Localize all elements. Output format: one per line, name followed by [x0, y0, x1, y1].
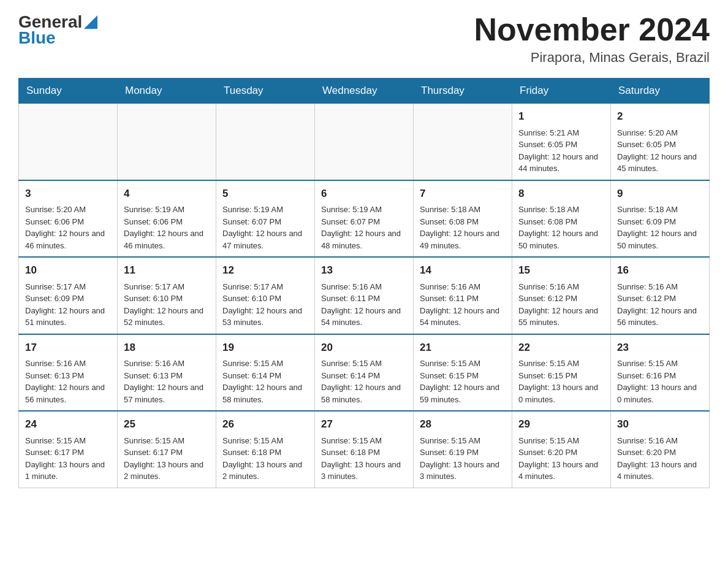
day-info: Sunset: 6:18 PM	[321, 446, 407, 459]
day-info: Sunset: 6:06 PM	[124, 216, 210, 228]
calendar-cell: 26Sunrise: 5:15 AMSunset: 6:18 PMDayligh…	[216, 411, 315, 488]
day-info: Daylight: 12 hours and 53 minutes.	[222, 305, 308, 329]
calendar-cell: 19Sunrise: 5:15 AMSunset: 6:14 PMDayligh…	[216, 334, 315, 412]
calendar-cell: 13Sunrise: 5:16 AMSunset: 6:11 PMDayligh…	[315, 257, 414, 334]
day-info: Sunset: 6:05 PM	[617, 139, 703, 151]
day-info: Daylight: 12 hours and 44 minutes.	[518, 151, 604, 175]
day-info: Sunset: 6:10 PM	[222, 293, 308, 305]
day-info: Sunrise: 5:18 AM	[518, 204, 604, 216]
header-wednesday: Wednesday	[315, 79, 414, 104]
week-row-4: 24Sunrise: 5:15 AMSunset: 6:17 PMDayligh…	[19, 411, 710, 488]
day-number: 8	[518, 186, 604, 202]
day-info: Sunset: 6:09 PM	[617, 216, 703, 228]
day-number: 27	[321, 416, 407, 432]
day-info: Sunset: 6:11 PM	[420, 293, 506, 305]
day-info: Sunrise: 5:16 AM	[617, 435, 703, 447]
header-saturday: Saturday	[611, 79, 710, 104]
week-row-0: 1Sunrise: 5:21 AMSunset: 6:05 PMDaylight…	[19, 104, 710, 180]
day-number: 2	[617, 109, 703, 124]
day-info: Sunrise: 5:15 AM	[25, 435, 111, 447]
day-number: 17	[25, 340, 111, 356]
day-info: Sunset: 6:14 PM	[222, 370, 308, 382]
week-row-1: 3Sunrise: 5:20 AMSunset: 6:06 PMDaylight…	[19, 180, 710, 258]
day-number: 10	[25, 262, 111, 278]
day-number: 11	[124, 262, 210, 278]
day-info: Daylight: 12 hours and 47 minutes.	[222, 228, 308, 251]
day-info: Daylight: 13 hours and 3 minutes.	[420, 459, 506, 483]
day-info: Daylight: 13 hours and 2 minutes.	[222, 459, 308, 483]
day-info: Sunrise: 5:15 AM	[124, 435, 210, 447]
day-info: Daylight: 12 hours and 51 minutes.	[25, 305, 111, 329]
calendar-cell: 2Sunrise: 5:20 AMSunset: 6:05 PMDaylight…	[611, 104, 710, 180]
day-info: Sunset: 6:09 PM	[25, 293, 111, 305]
calendar-cell: 25Sunrise: 5:15 AMSunset: 6:17 PMDayligh…	[118, 411, 216, 488]
day-number: 20	[321, 340, 407, 356]
day-info: Sunset: 6:15 PM	[420, 370, 506, 382]
calendar-cell: 24Sunrise: 5:15 AMSunset: 6:17 PMDayligh…	[19, 411, 118, 488]
day-info: Sunset: 6:18 PM	[222, 446, 308, 459]
day-info: Daylight: 12 hours and 45 minutes.	[617, 151, 703, 175]
calendar-cell: 15Sunrise: 5:16 AMSunset: 6:12 PMDayligh…	[512, 257, 611, 334]
header-thursday: Thursday	[414, 79, 512, 104]
day-info: Sunrise: 5:15 AM	[518, 358, 604, 370]
day-info: Daylight: 12 hours and 58 minutes.	[222, 381, 308, 405]
day-info: Sunset: 6:14 PM	[321, 370, 407, 382]
day-number: 22	[518, 340, 604, 356]
day-number: 9	[617, 186, 703, 202]
day-info: Sunset: 6:13 PM	[124, 370, 210, 382]
logo-blue-text: Blue	[18, 28, 56, 48]
day-number: 13	[321, 262, 407, 278]
day-info: Daylight: 13 hours and 0 minutes.	[518, 381, 604, 405]
calendar-cell: 28Sunrise: 5:15 AMSunset: 6:19 PMDayligh…	[414, 411, 512, 488]
day-number: 18	[124, 340, 210, 356]
day-info: Sunrise: 5:19 AM	[321, 204, 407, 216]
calendar-cell: 6Sunrise: 5:19 AMSunset: 6:07 PMDaylight…	[315, 180, 414, 258]
calendar-cell: 3Sunrise: 5:20 AMSunset: 6:06 PMDaylight…	[19, 180, 118, 258]
calendar-cell: 17Sunrise: 5:16 AMSunset: 6:13 PMDayligh…	[19, 334, 118, 412]
header-monday: Monday	[118, 79, 216, 104]
day-info: Daylight: 12 hours and 49 minutes.	[420, 228, 506, 251]
calendar-cell	[315, 104, 414, 180]
day-info: Daylight: 12 hours and 59 minutes.	[420, 381, 506, 405]
day-info: Sunrise: 5:16 AM	[321, 281, 407, 293]
day-number: 19	[222, 340, 308, 356]
day-info: Sunrise: 5:15 AM	[518, 435, 604, 447]
calendar-cell: 27Sunrise: 5:15 AMSunset: 6:18 PMDayligh…	[315, 411, 414, 488]
day-info: Sunrise: 5:17 AM	[25, 281, 111, 293]
month-title: November 2024	[474, 12, 710, 47]
day-number: 1	[518, 109, 604, 124]
day-info: Sunset: 6:19 PM	[420, 446, 506, 459]
calendar-cell: 12Sunrise: 5:17 AMSunset: 6:10 PMDayligh…	[216, 257, 315, 334]
day-info: Sunrise: 5:15 AM	[222, 435, 308, 447]
calendar-cell: 22Sunrise: 5:15 AMSunset: 6:15 PMDayligh…	[512, 334, 611, 412]
calendar-cell: 8Sunrise: 5:18 AMSunset: 6:08 PMDaylight…	[512, 180, 611, 258]
day-info: Sunrise: 5:15 AM	[617, 358, 703, 370]
day-number: 14	[420, 262, 506, 278]
day-info: Sunrise: 5:17 AM	[124, 281, 210, 293]
day-number: 23	[617, 340, 703, 356]
calendar-cell: 14Sunrise: 5:16 AMSunset: 6:11 PMDayligh…	[414, 257, 512, 334]
calendar-cell: 4Sunrise: 5:19 AMSunset: 6:06 PMDaylight…	[118, 180, 216, 258]
day-number: 16	[617, 262, 703, 278]
calendar-cell	[216, 104, 315, 180]
day-info: Daylight: 13 hours and 3 minutes.	[321, 459, 407, 483]
calendar-cell	[414, 104, 512, 180]
day-info: Sunset: 6:12 PM	[518, 293, 604, 305]
day-info: Daylight: 13 hours and 0 minutes.	[617, 381, 703, 405]
calendar-cell: 5Sunrise: 5:19 AMSunset: 6:07 PMDaylight…	[216, 180, 315, 258]
day-info: Sunrise: 5:15 AM	[420, 358, 506, 370]
calendar-cell: 11Sunrise: 5:17 AMSunset: 6:10 PMDayligh…	[118, 257, 216, 334]
day-info: Daylight: 12 hours and 57 minutes.	[124, 381, 210, 405]
day-number: 29	[518, 416, 604, 432]
day-info: Daylight: 12 hours and 55 minutes.	[518, 305, 604, 329]
day-info: Sunrise: 5:20 AM	[617, 127, 703, 139]
day-number: 15	[518, 262, 604, 278]
day-info: Sunset: 6:08 PM	[420, 216, 506, 228]
day-info: Sunrise: 5:15 AM	[420, 435, 506, 447]
day-info: Sunset: 6:13 PM	[25, 370, 111, 382]
day-info: Sunset: 6:15 PM	[518, 370, 604, 382]
day-info: Sunset: 6:08 PM	[518, 216, 604, 228]
calendar-cell: 9Sunrise: 5:18 AMSunset: 6:09 PMDaylight…	[611, 180, 710, 258]
calendar-cell: 7Sunrise: 5:18 AMSunset: 6:08 PMDaylight…	[414, 180, 512, 258]
day-info: Daylight: 12 hours and 56 minutes.	[25, 381, 111, 405]
